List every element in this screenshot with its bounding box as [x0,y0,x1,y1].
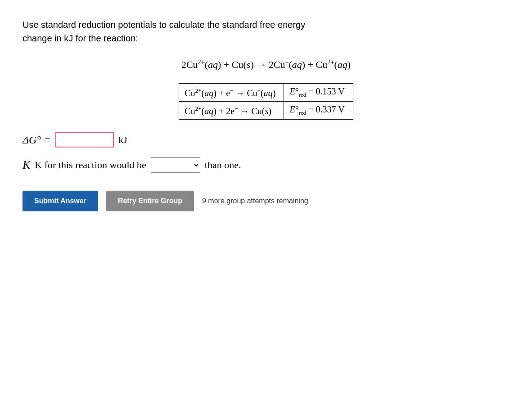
half-reaction-row-1: Cu2+(aq) + e− → Cu+(aq) E°red = 0.153 V [179,84,353,102]
retry-button[interactable]: Retry Entire Group [106,191,194,211]
delta-g-input[interactable] [55,132,114,147]
delta-g-row: ΔG° = kJ [23,132,509,147]
submit-button[interactable]: Submit Answer [23,191,98,211]
buttons-row: Submit Answer Retry Entire Group 9 more … [23,191,509,211]
question-text: Use standard reduction potentials to cal… [23,18,338,45]
half-reaction-row-2: Cu2+(aq) + 2e− → Cu(s) E°red = 0.337 V [179,102,353,120]
k-text-after: than one. [205,159,241,171]
k-label: K [23,158,30,172]
delta-g-unit: kJ [118,134,127,146]
attempts-text: 9 more group attempts remaining [202,197,308,205]
k-text-before: K for this reaction would be [35,159,146,171]
question-line1: Use standard reduction potentials to cal… [23,20,305,30]
k-select[interactable]: greater less equal [151,157,200,173]
k-row: K K for this reaction would be greater l… [23,157,509,173]
question-line2: change in kJ for the reaction: [23,33,138,43]
delta-g-label: ΔG° = [23,134,51,146]
half-reactions-table: Cu2+(aq) + e− → Cu+(aq) E°red = 0.153 V … [179,83,353,120]
main-reaction: 2Cu2+(aq) + Cu(s) → 2Cu+(aq) + Cu2+(aq) [23,58,509,71]
